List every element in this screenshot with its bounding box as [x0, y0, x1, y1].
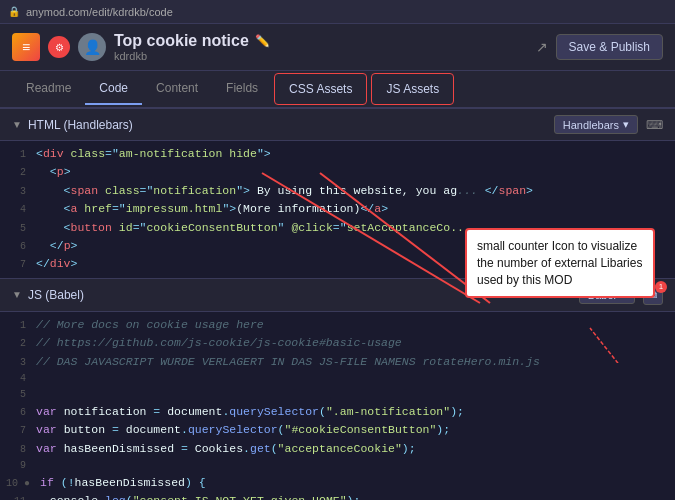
- browser-url: anymod.com/edit/kdrdkb/code: [26, 6, 173, 18]
- tab-css-assets[interactable]: CSS Assets: [274, 73, 367, 105]
- html-language-chevron: ▾: [623, 118, 629, 131]
- lock-icon: 🔒: [8, 6, 20, 17]
- avatar: 👤: [78, 33, 106, 61]
- html-section-right: Handlebars ▾ ⌨: [554, 115, 663, 134]
- html-format-icon[interactable]: ⌨: [646, 118, 663, 132]
- html-language-selector[interactable]: Handlebars ▾: [554, 115, 638, 134]
- save-publish-button[interactable]: Save & Publish: [556, 34, 663, 60]
- page-title: Top cookie notice: [114, 32, 249, 50]
- html-language-label: Handlebars: [563, 119, 619, 131]
- external-link-icon[interactable]: ↗: [536, 39, 548, 55]
- table-row: 9: [0, 458, 675, 474]
- js-section-title: ▼ JS (Babel): [12, 288, 84, 302]
- table-row: 7 var button = document.querySelector("#…: [0, 421, 675, 439]
- js-section: ▼ JS (Babel) Babel ▾ ⧉ 1 1 // More docs …: [0, 278, 675, 500]
- header-title-row: Top cookie notice ✏️: [114, 32, 270, 50]
- tab-code[interactable]: Code: [85, 73, 142, 105]
- browser-bar: 🔒 anymod.com/edit/kdrdkb/code: [0, 0, 675, 24]
- js-section-label: JS (Babel): [28, 288, 84, 302]
- header: ≡ ⚙ 👤 Top cookie notice ✏️ kdrdkb ↗ Save…: [0, 24, 675, 71]
- js-code-editor: 1 // More docs on cookie usage here 2 //…: [0, 312, 675, 500]
- table-row: 4 <a href="impressum.html">(More informa…: [0, 200, 675, 218]
- table-row: 5: [0, 387, 675, 403]
- table-row: 2 // https://github.com/js-cookie/js-coo…: [0, 334, 675, 352]
- table-row: 6 var notification = document.querySelec…: [0, 403, 675, 421]
- main-content: small counter Icon to visualize the numb…: [0, 108, 675, 500]
- table-row: 2 <p>: [0, 163, 675, 181]
- html-section-header: ▼ HTML (Handlebars) Handlebars ▾ ⌨: [0, 108, 675, 141]
- header-left: ≡ ⚙ 👤 Top cookie notice ✏️ kdrdkb: [12, 32, 270, 62]
- html-section-title: ▼ HTML (Handlebars): [12, 118, 133, 132]
- logo-icon: ≡: [12, 33, 40, 61]
- chevron-down-icon[interactable]: ▼: [12, 119, 22, 130]
- table-row: 10 ● if (!hasBeenDismissed) {: [0, 474, 675, 492]
- counter-number: 1: [655, 281, 667, 293]
- html-section-label: HTML (Handlebars): [28, 118, 133, 132]
- tab-fields[interactable]: Fields: [212, 73, 272, 105]
- edit-icon[interactable]: ✏️: [255, 34, 270, 48]
- header-subtitle: kdrdkb: [114, 50, 270, 62]
- table-row: 1 <div class="am-notification hide">: [0, 145, 675, 163]
- js-chevron-icon[interactable]: ▼: [12, 289, 22, 300]
- tab-readme[interactable]: Readme: [12, 73, 85, 105]
- annotation-box: small counter Icon to visualize the numb…: [465, 228, 655, 298]
- annotation-text: small counter Icon to visualize the numb…: [477, 239, 642, 287]
- header-title-area: Top cookie notice ✏️ kdrdkb: [114, 32, 270, 62]
- header-right: ↗ Save & Publish: [536, 34, 663, 60]
- table-row: 11 console.log("consent_IS_NOT_YET_given…: [0, 492, 675, 500]
- tab-content[interactable]: Content: [142, 73, 212, 105]
- table-row: 4: [0, 371, 675, 387]
- table-row: 1 // More docs on cookie usage here: [0, 316, 675, 334]
- tab-js-assets[interactable]: JS Assets: [371, 73, 454, 105]
- table-row: 3 <span class="notification"> By using t…: [0, 182, 675, 200]
- table-row: 8 var hasBeenDismissed = Cookies.get("ac…: [0, 440, 675, 458]
- tabs-bar: Readme Code Content Fields CSS Assets JS…: [0, 71, 675, 108]
- table-row: 3 // DAS JAVASCRIPT WURDE VERLAGERT IN D…: [0, 353, 675, 371]
- gear-icon-bg: ⚙: [48, 36, 70, 58]
